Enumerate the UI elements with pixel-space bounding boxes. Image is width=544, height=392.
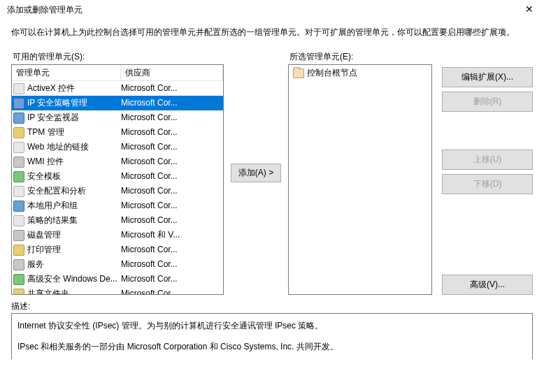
snapin-icon bbox=[13, 201, 24, 212]
snapin-vendor: Microsoft Cor... bbox=[121, 288, 223, 294]
snapin-icon bbox=[13, 98, 24, 109]
description-line1: Internet 协议安全性 (IPsec) 管理。为与别的计算机进行安全通讯管… bbox=[17, 319, 527, 333]
snapin-icon bbox=[13, 142, 24, 153]
move-up-button[interactable]: 上移(U) bbox=[442, 150, 533, 170]
tree-root-label: 控制台根节点 bbox=[307, 67, 357, 79]
list-item[interactable]: 服务Microsoft Cor... bbox=[12, 257, 223, 272]
snapin-vendor: Microsoft Cor... bbox=[121, 244, 223, 256]
move-down-button[interactable]: 下移(D) bbox=[442, 174, 533, 194]
snapin-vendor: Microsoft Cor... bbox=[121, 273, 223, 285]
snapin-vendor: Microsoft Cor... bbox=[121, 259, 223, 270]
snapin-icon bbox=[13, 289, 24, 295]
selected-tree[interactable]: 控制台根节点 bbox=[288, 64, 432, 295]
available-label: 可用的管理单元(S): bbox=[11, 51, 224, 63]
description-line2: IPsec 和相关服务的一部分由 Microsoft Corporation 和… bbox=[17, 340, 527, 354]
snapin-icon bbox=[13, 259, 24, 270]
remove-button[interactable]: 删除(R) bbox=[442, 92, 533, 112]
edit-extensions-button[interactable]: 编辑扩展(X)... bbox=[442, 67, 533, 87]
list-item[interactable]: 安全模板Microsoft Cor... bbox=[12, 169, 223, 184]
list-item[interactable]: TPM 管理Microsoft Cor... bbox=[12, 125, 223, 140]
snapin-icon bbox=[13, 171, 24, 182]
snapin-icon bbox=[13, 157, 24, 168]
snapin-name: Web 地址的链接 bbox=[27, 141, 89, 153]
snapin-name: 安全模板 bbox=[27, 170, 61, 182]
snapin-name: ActiveX 控件 bbox=[27, 82, 75, 94]
snapin-name: 打印管理 bbox=[27, 244, 61, 256]
tree-root-node[interactable]: 控制台根节点 bbox=[290, 66, 430, 80]
description-label: 描述: bbox=[11, 300, 533, 312]
add-button[interactable]: 添加(A) > bbox=[231, 164, 281, 182]
list-item[interactable]: IP 安全策略管理Microsoft Cor... bbox=[12, 96, 223, 110]
snapin-vendor: Microsoft Cor... bbox=[121, 156, 223, 168]
snapin-vendor: Microsoft Cor... bbox=[121, 126, 223, 138]
selected-label: 所选管理单元(E): bbox=[288, 51, 432, 63]
snapin-icon bbox=[13, 230, 24, 241]
snapin-vendor: Microsoft Cor... bbox=[121, 200, 223, 212]
folder-icon bbox=[293, 68, 304, 78]
snapin-name: 服务 bbox=[27, 259, 44, 270]
list-item[interactable]: ActiveX 控件Microsoft Cor... bbox=[12, 81, 223, 96]
list-item[interactable]: 共享文件夹Microsoft Cor... bbox=[12, 286, 223, 294]
list-item[interactable]: Web 地址的链接Microsoft Cor... bbox=[12, 140, 223, 154]
snapin-icon bbox=[13, 83, 24, 94]
list-item[interactable]: 磁盘管理Microsoft 和 V... bbox=[12, 228, 223, 242]
titlebar: 添加或删除管理单元 ✕ bbox=[0, 0, 544, 20]
list-item[interactable]: IP 安全监视器Microsoft Cor... bbox=[12, 110, 223, 125]
snapin-vendor: Microsoft Cor... bbox=[121, 185, 223, 197]
list-item[interactable]: 打印管理Microsoft Cor... bbox=[12, 242, 223, 257]
intro-text: 你可以在计算机上为此控制台选择可用的管理单元并配置所选的一组管理单元。对于可扩展… bbox=[0, 20, 544, 51]
window-title: 添加或删除管理单元 bbox=[7, 4, 83, 16]
close-icon[interactable]: ✕ bbox=[515, 0, 544, 20]
snapin-name: WMI 控件 bbox=[27, 156, 64, 168]
snapin-name: 策略的结果集 bbox=[27, 215, 78, 226]
snapin-vendor: Microsoft Cor... bbox=[121, 141, 223, 153]
list-item[interactable]: 本地用户和组Microsoft Cor... bbox=[12, 198, 223, 213]
list-item[interactable]: 安全配置和分析Microsoft Cor... bbox=[12, 184, 223, 198]
snapin-icon bbox=[13, 127, 24, 138]
column-header-name[interactable]: 管理单元 bbox=[12, 65, 121, 81]
snapin-name: 磁盘管理 bbox=[27, 229, 61, 241]
snapin-vendor: Microsoft Cor... bbox=[121, 112, 223, 124]
snapin-vendor: Microsoft Cor... bbox=[121, 170, 223, 182]
snapin-name: TPM 管理 bbox=[27, 126, 64, 138]
snapin-name: IP 安全策略管理 bbox=[27, 97, 87, 109]
snapin-name: 安全配置和分析 bbox=[27, 185, 86, 197]
snapin-icon bbox=[13, 274, 24, 285]
snapin-vendor: Microsoft Cor... bbox=[121, 97, 223, 109]
list-item[interactable]: 策略的结果集Microsoft Cor... bbox=[12, 213, 223, 228]
snapin-vendor: Microsoft Cor... bbox=[121, 215, 223, 226]
snapin-icon bbox=[13, 245, 24, 256]
snapin-name: IP 安全监视器 bbox=[27, 112, 79, 124]
advanced-button[interactable]: 高级(V)... bbox=[442, 275, 533, 295]
description-box: Internet 协议安全性 (IPsec) 管理。为与别的计算机进行安全通讯管… bbox=[11, 313, 533, 359]
snapin-name: 共享文件夹 bbox=[27, 288, 69, 294]
snapin-icon bbox=[13, 112, 24, 124]
column-header-vendor[interactable]: 供应商 bbox=[121, 65, 223, 81]
list-item[interactable]: WMI 控件Microsoft Cor... bbox=[12, 154, 223, 169]
available-listbox[interactable]: 管理单元 供应商 ActiveX 控件Microsoft Cor...IP 安全… bbox=[11, 64, 224, 295]
available-header: 管理单元 供应商 bbox=[12, 65, 223, 82]
main-area: 可用的管理单元(S): 管理单元 供应商 ActiveX 控件Microsoft… bbox=[0, 51, 544, 295]
snapin-vendor: Microsoft 和 V... bbox=[121, 229, 223, 241]
snapin-name: 高级安全 Windows De... bbox=[27, 273, 117, 285]
snapin-icon bbox=[13, 186, 24, 197]
snapin-vendor: Microsoft Cor... bbox=[121, 82, 223, 94]
snapin-icon bbox=[13, 215, 24, 226]
snapin-name: 本地用户和组 bbox=[27, 200, 78, 212]
list-item[interactable]: 高级安全 Windows De...Microsoft Cor... bbox=[12, 272, 223, 286]
